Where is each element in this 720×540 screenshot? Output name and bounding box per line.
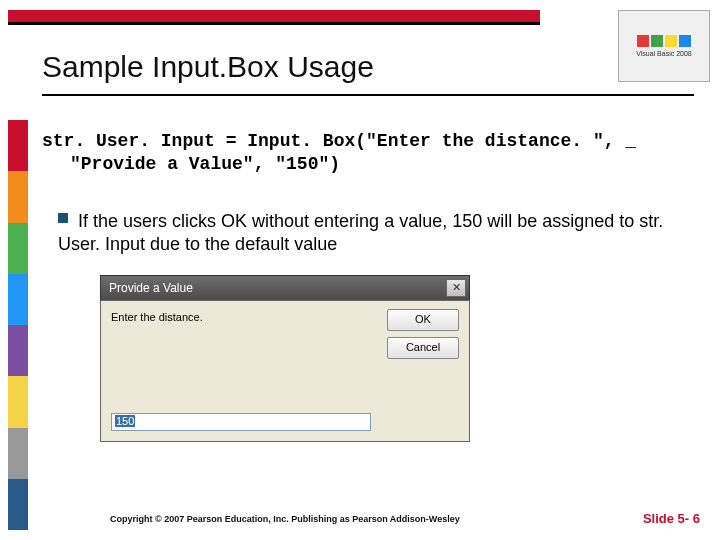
bullet-text: If the users clicks OK without entering … (58, 211, 663, 254)
copyright-text: Copyright © 2007 Pearson Education, Inc.… (110, 514, 460, 524)
close-button[interactable]: ✕ (446, 279, 466, 297)
brand-logo: Visual Basic 2008 (618, 10, 710, 82)
bullet-item: If the users clicks OK without entering … (58, 210, 694, 257)
value-input[interactable]: 150 (111, 413, 371, 431)
cancel-button[interactable]: Cancel (387, 337, 459, 359)
code-sample: str. User. Input = Input. Box("Enter the… (42, 130, 694, 177)
title-underline (42, 94, 694, 96)
code-line-1: str. User. Input = Input. Box("Enter the… (42, 130, 694, 153)
close-icon: ✕ (452, 281, 461, 293)
dialog-body: Enter the distance. OK Cancel 150 (100, 300, 470, 442)
top-accent-rule (8, 22, 540, 25)
slide-number: Slide 5- 6 (643, 511, 700, 526)
top-accent-bar (8, 10, 540, 22)
brand-logo-text: Visual Basic 2008 (636, 50, 692, 57)
code-line-2: "Provide a Value", "150") (42, 153, 694, 176)
value-input-text: 150 (115, 415, 135, 427)
inputbox-dialog: Provide a Value ✕ Enter the distance. OK… (100, 275, 470, 442)
ok-button[interactable]: OK (387, 309, 459, 331)
dialog-titlebar: Provide a Value ✕ (100, 275, 470, 300)
dialog-title-text: Provide a Value (109, 281, 193, 295)
page-title: Sample Input.Box Usage (42, 50, 374, 84)
bullet-marker-icon (58, 213, 68, 223)
side-color-stripes (8, 120, 28, 530)
